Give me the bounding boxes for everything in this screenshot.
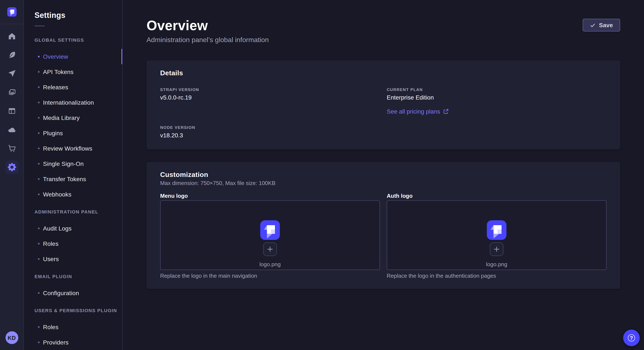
paper-plane-icon (8, 69, 16, 78)
add-logo-button[interactable] (490, 242, 504, 256)
sidebar-item-overview[interactable]: Overview (24, 49, 122, 64)
sidebar-title: Settings (24, 10, 122, 20)
pricing-plans-link[interactable]: See all pricing plans (387, 107, 449, 116)
home-icon (8, 32, 16, 40)
bullet (38, 243, 40, 245)
customization-card: Customization Max dimension: 750×750, Ma… (146, 162, 620, 289)
bullet (38, 102, 40, 103)
section-label: ADMINISTRATION PANEL (24, 209, 122, 214)
bullet (38, 227, 40, 229)
sidebar-item-providers[interactable]: Providers (24, 335, 122, 350)
details-card: Details STRAPI VERSION v5.0.0-rc.19 NODE… (146, 60, 620, 149)
sidebar-item-releases[interactable]: Releases (24, 80, 122, 95)
main-content: Overview Administration panel’s global i… (123, 0, 644, 350)
sidebar-item-users[interactable]: Users (24, 251, 122, 267)
details-title: Details (160, 68, 606, 78)
main-nav-rail: KD (0, 0, 24, 350)
auth-logo-caption: Replace the logo in the authentication p… (387, 272, 606, 280)
nav-send[interactable] (2, 64, 21, 83)
settings-active-background (5, 160, 18, 174)
shopping-cart-icon (8, 144, 16, 153)
page-title: Overview (146, 17, 620, 34)
sidebar-item-roles[interactable]: Roles (24, 236, 122, 251)
bullet (38, 148, 40, 149)
settings-sidebar: Settings GLOBAL SETTINGS Overview API To… (24, 0, 123, 350)
bullet (38, 292, 40, 294)
bullet (38, 56, 40, 57)
sidebar-item-internationalization[interactable]: Internationalization (24, 95, 122, 110)
bullet (38, 86, 40, 88)
bullet (38, 178, 40, 180)
sidebar-item-up-roles[interactable]: Roles (24, 319, 122, 335)
sidebar-item-api-tokens[interactable]: API Tokens (24, 64, 122, 80)
menu-logo-upload: Menu logo logo.png Replace the logo in t… (160, 193, 380, 280)
bullet (38, 71, 40, 73)
current-plan-field: CURRENT PLAN Enterprise Edition (387, 86, 606, 102)
layout-icon (8, 107, 16, 115)
nav-content-type-builder[interactable] (2, 102, 21, 120)
feather-icon (8, 51, 16, 59)
external-link-icon (444, 109, 449, 114)
section-administration-panel: ADMINISTRATION PANEL Audit Logs Roles Us… (24, 209, 122, 267)
logo-filename: logo.png (260, 261, 281, 268)
nav-deploy[interactable] (2, 120, 21, 139)
strapi-logo-icon (260, 220, 280, 240)
bullet (38, 258, 40, 260)
sidebar-item-webhooks[interactable]: Webhooks (24, 187, 122, 202)
cloud-icon (8, 126, 16, 134)
plus-icon (267, 246, 273, 252)
section-users-permissions-plugin: USERS & PERMISSIONS PLUGIN Roles Provide… (24, 308, 122, 350)
strapi-logo-preview (260, 220, 280, 240)
check-icon (590, 22, 596, 28)
bullet (38, 132, 40, 134)
images-icon (8, 88, 16, 97)
bullet (38, 117, 40, 119)
nav-marketplace[interactable] (2, 139, 21, 158)
nav-home[interactable] (2, 27, 21, 45)
sidebar-item-review-workflows[interactable]: Review Workflows (24, 141, 122, 156)
rail-icons (2, 24, 21, 176)
auth-logo-upload: Auth logo logo.png Replace the logo in t… (387, 193, 606, 280)
nav-content[interactable] (2, 45, 21, 64)
section-label: USERS & PERMISSIONS PLUGIN (24, 308, 122, 313)
section-global-settings: GLOBAL SETTINGS Overview API Tokens Rele… (24, 37, 122, 202)
app: KD Settings GLOBAL SETTINGS Overview API… (0, 0, 644, 350)
section-email-plugin: EMAIL PLUGIN Configuration (24, 274, 122, 301)
add-logo-button[interactable] (263, 242, 277, 256)
avatar[interactable]: KD (5, 331, 18, 344)
customization-title: Customization (160, 170, 606, 180)
strapi-logo-icon (7, 7, 16, 16)
save-button[interactable]: Save (583, 19, 620, 31)
bullet (38, 163, 40, 165)
sidebar-item-plugins[interactable]: Plugins (24, 126, 122, 141)
auth-logo-dropzone[interactable]: logo.png (387, 200, 606, 270)
section-label: GLOBAL SETTINGS (24, 37, 122, 42)
question-mark-icon: ? (628, 334, 635, 342)
sidebar-item-media-library[interactable]: Media Library (24, 110, 122, 126)
sidebar-item-single-sign-on[interactable]: Single Sign-On (24, 156, 122, 172)
plus-icon (494, 246, 500, 252)
strapi-logo-preview (487, 220, 506, 240)
customization-subtitle: Max dimension: 750×750, Max file size: 1… (160, 180, 606, 187)
strapi-logo[interactable] (7, 7, 16, 16)
sidebar-item-transfer-tokens[interactable]: Transfer Tokens (24, 172, 122, 187)
sidebar-item-audit-logs[interactable]: Audit Logs (24, 221, 122, 236)
section-label: EMAIL PLUGIN (24, 274, 122, 279)
logo-filename: logo.png (486, 261, 507, 268)
nav-media-library[interactable] (2, 83, 21, 102)
strapi-version-field: STRAPI VERSION v5.0.0-rc.19 (160, 86, 380, 102)
nav-settings[interactable] (2, 158, 21, 176)
bullet (38, 193, 40, 195)
bullet (38, 342, 40, 343)
node-version-field: NODE VERSION v18.20.3 (160, 124, 380, 140)
bullet (38, 326, 40, 328)
help-button[interactable]: ? (623, 330, 640, 346)
menu-logo-caption: Replace the logo in the main navigation (160, 272, 380, 280)
divider (34, 25, 45, 26)
menu-logo-dropzone[interactable]: logo.png (160, 200, 380, 270)
gear-icon (8, 163, 16, 172)
sidebar-item-configuration[interactable]: Configuration (24, 285, 122, 301)
page-subtitle: Administration panel’s global informatio… (146, 36, 620, 44)
rail-header (0, 0, 24, 24)
strapi-logo-icon (487, 220, 506, 240)
